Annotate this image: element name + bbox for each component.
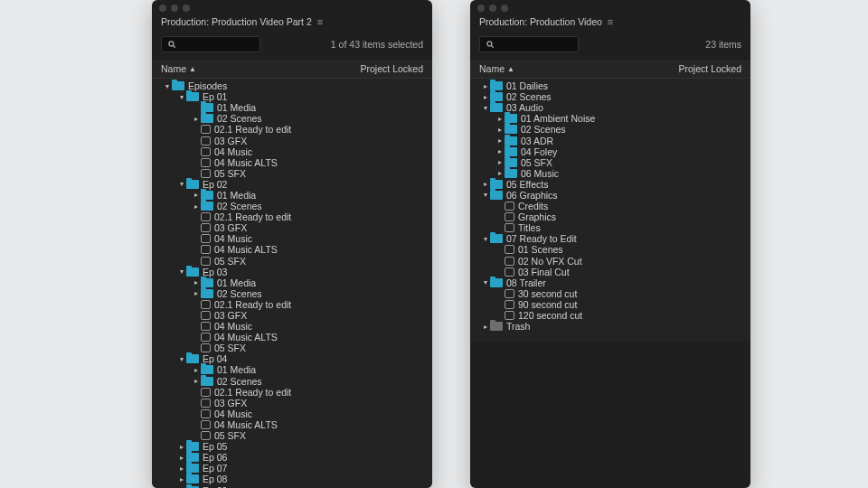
tree-row[interactable]: ▸02 Scenes: [156, 288, 429, 299]
tree-row[interactable]: ▸01 Media: [156, 277, 429, 288]
disclosure-arrow-icon[interactable]: ▸: [192, 366, 201, 374]
window-controls[interactable]: [152, 0, 432, 16]
disclosure-arrow-icon[interactable]: ▸: [192, 377, 201, 385]
column-header[interactable]: Name▲Project Locked: [152, 60, 432, 79]
disclosure-arrow-icon[interactable]: ▾: [481, 235, 490, 243]
disclosure-arrow-icon[interactable]: ▸: [192, 202, 201, 211]
tree-row[interactable]: ▸04 Music ALTS: [156, 419, 429, 430]
disclosure-arrow-icon[interactable]: ▸: [192, 136, 201, 145]
tree-row[interactable]: ▾Ep 02: [156, 179, 429, 190]
disclosure-arrow-icon[interactable]: ▸: [177, 454, 186, 462]
tree-row[interactable]: ▾06 Graphics: [474, 190, 747, 201]
tree-row[interactable]: ▸02.1 Ready to edit: [156, 211, 429, 222]
tree-row[interactable]: ▸01 Scenes: [474, 244, 747, 255]
tree-row[interactable]: ▾07 Ready to Edit: [474, 233, 747, 244]
disclosure-arrow-icon[interactable]: ▸: [192, 169, 201, 177]
disclosure-arrow-icon[interactable]: ▸: [192, 289, 201, 297]
tree-row[interactable]: ▸01 Dailies: [474, 80, 747, 91]
tree-row[interactable]: ▸05 SFX: [156, 256, 429, 267]
disclosure-arrow-icon[interactable]: ▸: [177, 475, 186, 483]
tree-row[interactable]: ▸120 second cut: [474, 310, 747, 321]
disclosure-arrow-icon[interactable]: ▸: [495, 257, 505, 265]
disclosure-arrow-icon[interactable]: ▸: [192, 300, 201, 308]
tree-row[interactable]: ▸02 Scenes: [156, 113, 429, 124]
tree-row[interactable]: ▸04 Foley: [474, 146, 747, 157]
tree-row[interactable]: ▸Credits: [474, 201, 747, 211]
tree-row[interactable]: ▸04 Music: [156, 408, 429, 419]
column-project-locked[interactable]: Project Locked: [361, 63, 423, 74]
disclosure-arrow-icon[interactable]: ▸: [192, 344, 201, 352]
column-name[interactable]: Name▲: [479, 63, 514, 74]
tree-row[interactable]: ▸Ep 05: [156, 441, 429, 452]
tree-row[interactable]: ▸06 Music: [474, 168, 747, 179]
disclosure-arrow-icon[interactable]: ▸: [495, 267, 505, 276]
tree-row[interactable]: ▸03 Final Cut: [474, 267, 747, 277]
disclosure-arrow-icon[interactable]: ▸: [495, 136, 505, 145]
tree-row[interactable]: ▸02 Scenes: [156, 201, 429, 211]
disclosure-arrow-icon[interactable]: ▸: [192, 432, 201, 440]
tree-row[interactable]: ▸03 GFX: [156, 135, 429, 145]
disclosure-arrow-icon[interactable]: ▸: [495, 312, 505, 320]
tree-row[interactable]: ▸01 Media: [156, 190, 429, 201]
tree-row[interactable]: ▸02 Scenes: [474, 91, 747, 102]
disclosure-arrow-icon[interactable]: ▸: [192, 224, 201, 232]
tree-row[interactable]: ▸05 SFX: [156, 343, 429, 353]
tree-row[interactable]: ▸90 second cut: [474, 299, 747, 310]
disclosure-arrow-icon[interactable]: ▸: [481, 93, 490, 101]
disclosure-arrow-icon[interactable]: ▸: [192, 323, 201, 331]
tree-row[interactable]: ▸05 Effects: [474, 179, 747, 190]
tree-row[interactable]: ▸03 GFX: [156, 222, 429, 233]
disclosure-arrow-icon[interactable]: ▸: [481, 82, 490, 90]
tree-row[interactable]: ▸02 Scenes: [474, 124, 747, 135]
search-input[interactable]: [479, 36, 579, 52]
tree-row[interactable]: ▾03 Audio: [474, 102, 747, 113]
disclosure-arrow-icon[interactable]: ▸: [192, 312, 201, 320]
tree-row[interactable]: ▸04 Music ALTS: [156, 244, 429, 255]
tree-row[interactable]: ▸Graphics: [474, 211, 747, 222]
disclosure-arrow-icon[interactable]: ▸: [495, 224, 505, 232]
disclosure-arrow-icon[interactable]: ▸: [192, 213, 201, 221]
disclosure-arrow-icon[interactable]: ▸: [192, 257, 201, 265]
tree-row[interactable]: ▸03 GFX: [156, 310, 429, 321]
disclosure-arrow-icon[interactable]: ▾: [481, 191, 490, 199]
disclosure-arrow-icon[interactable]: ▸: [192, 126, 201, 134]
project-tree[interactable]: ▸01 Dailies▸02 Scenes▾03 Audio▸01 Ambien…: [470, 79, 750, 343]
disclosure-arrow-icon[interactable]: ▸: [495, 246, 505, 254]
disclosure-arrow-icon[interactable]: ▾: [163, 82, 172, 90]
column-header[interactable]: Name▲Project Locked: [470, 60, 750, 79]
tree-row[interactable]: ▸05 SFX: [156, 430, 429, 441]
tree-row[interactable]: ▸05 SFX: [156, 168, 429, 179]
disclosure-arrow-icon[interactable]: ▸: [192, 104, 201, 112]
search-input[interactable]: [161, 36, 260, 52]
panel-menu-icon[interactable]: ≡: [317, 16, 323, 27]
disclosure-arrow-icon[interactable]: ▸: [495, 169, 505, 177]
disclosure-arrow-icon[interactable]: ▾: [481, 278, 490, 286]
disclosure-arrow-icon[interactable]: ▾: [177, 267, 186, 276]
disclosure-arrow-icon[interactable]: ▸: [495, 289, 505, 297]
window-controls[interactable]: [470, 0, 750, 16]
panel-menu-icon[interactable]: ≡: [608, 16, 613, 27]
tree-row[interactable]: ▸02 No VFX Cut: [474, 256, 747, 267]
disclosure-arrow-icon[interactable]: ▸: [495, 213, 505, 221]
tree-row[interactable]: ▸02.1 Ready to edit: [156, 299, 429, 310]
tree-row[interactable]: ▸04 Music ALTS: [156, 332, 429, 343]
tree-row[interactable]: ▾08 Trailer: [474, 277, 747, 288]
tree-row[interactable]: ▾Ep 01: [156, 91, 429, 102]
tree-row[interactable]: ▸Ep 07: [156, 463, 429, 474]
column-project-locked[interactable]: Project Locked: [679, 63, 741, 74]
disclosure-arrow-icon[interactable]: ▸: [192, 191, 201, 199]
disclosure-arrow-icon[interactable]: ▾: [481, 104, 490, 112]
disclosure-arrow-icon[interactable]: ▸: [192, 147, 201, 155]
disclosure-arrow-icon[interactable]: ▸: [177, 465, 186, 473]
disclosure-arrow-icon[interactable]: ▾: [177, 93, 186, 101]
disclosure-arrow-icon[interactable]: ▸: [495, 126, 505, 134]
disclosure-arrow-icon[interactable]: ▸: [192, 235, 201, 243]
tree-row[interactable]: ▸Trash: [474, 321, 747, 332]
disclosure-arrow-icon[interactable]: ▸: [192, 388, 201, 396]
tree-row[interactable]: ▸04 Music: [156, 146, 429, 157]
tree-row[interactable]: ▸04 Music: [156, 233, 429, 244]
tree-row[interactable]: ▸04 Music: [156, 321, 429, 332]
tree-row[interactable]: ▸05 SFX: [474, 157, 747, 168]
tree-row[interactable]: ▸01 Media: [156, 102, 429, 113]
tree-row[interactable]: ▸01 Media: [156, 364, 429, 375]
